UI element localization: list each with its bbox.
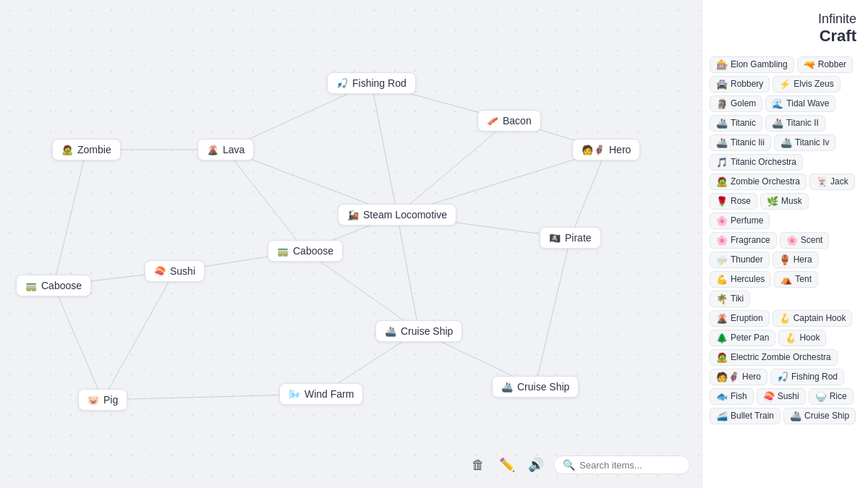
sidebar-item[interactable]: 🚢Cruise Ship [783,408,856,424]
sidebar-item[interactable]: 🃏Jack [809,174,855,190]
node-label-sushi: Sushi [170,265,195,277]
node-emoji-sushi: 🍣 [154,266,166,277]
sidebar-row-5: 🎵Titanic Orchestra [710,154,861,171]
sidebar-item-emoji: 🚄 [716,411,728,421]
trash-icon[interactable]: 🗑 [467,453,490,476]
sidebar-item[interactable]: 🧟Zombie Orchestra [710,174,807,190]
sidebar-item[interactable]: 🌴Tiki [710,291,750,307]
node-emoji-hero: 🧑‍🦸 [582,145,605,155]
sidebar-item-emoji: 🎵 [716,157,728,168]
node-label-cruise-ship-mid: Cruise Ship [401,325,453,337]
sidebar-item[interactable]: 🍚Rice [809,388,854,405]
sidebar-item[interactable]: ⚡Elvis Zeus [773,76,840,93]
sidebar-item-label: Musk [781,196,802,206]
sidebar-item[interactable]: 🐟Fish [710,388,754,405]
node-sushi[interactable]: 🍣Sushi [145,260,205,282]
items-list: 🎰Elon Gambling🔫Robber🚔Robbery⚡Elvis Zeus… [702,51,868,488]
search-icon: 🔍 [563,459,575,471]
sidebar-item[interactable]: 🧑‍🦸Hero [710,369,767,385]
sidebar-item[interactable]: 🎵Titanic Orchestra [710,154,803,171]
node-steam-locomotive[interactable]: 🚂Steam Locomotive [338,204,456,226]
sidebar-item-emoji: 🌲 [716,333,728,343]
sidebar-item[interactable]: 🌲Peter Pan [710,330,775,346]
node-fishing-rod-top[interactable]: 🎣Fishing Rod [327,72,416,94]
node-cruise-ship-bottom[interactable]: 🚢Cruise Ship [492,376,579,398]
node-hero[interactable]: 🧑‍🦸Hero [572,139,640,160]
search-box[interactable]: 🔍 [553,455,690,474]
node-emoji-cruise-ship-bottom: 🚢 [501,382,513,393]
sidebar-item[interactable]: 🗿Golem [710,95,762,112]
node-label-pig: Pig [103,394,118,406]
node-zombie[interactable]: 🧟Zombie [52,139,121,160]
sidebar-item[interactable]: 🚢Titanic Iii [710,134,771,151]
sidebar-item[interactable]: 🪝Captain Hook [773,310,853,327]
connection-lava-caboose-mid [226,150,305,251]
sidebar-item-emoji: 🚔 [716,79,728,90]
sidebar-item[interactable]: 🌸Fragrance [710,232,777,249]
node-lava[interactable]: 🌋Lava [197,139,254,160]
sidebar-item-label: Hook [799,333,820,343]
sidebar-item[interactable]: 🌊Tidal Wave [765,95,835,112]
sidebar-item-emoji: 🚢 [780,137,792,148]
sidebar-item-label: Bullet Train [731,411,774,421]
search-input[interactable] [579,460,681,471]
sidebar-item-label: Titanic [731,118,756,128]
node-cruise-ship-mid[interactable]: 🚢Cruise Ship [375,320,462,342]
sidebar-item-label: Cruise Ship [804,411,849,421]
sidebar-item[interactable]: 🚄Bullet Train [710,408,780,424]
sidebar-item[interactable]: 🪝Hook [778,330,826,346]
edit-icon[interactable]: ✏️ [495,453,519,476]
sidebar: Infinite Craft 🎰Elon Gambling🔫Robber🚔Rob… [702,0,868,488]
bottom-toolbar: 🗑 ✏️ 🔊 🔍 [467,453,690,476]
sidebar-item-label: Tidal Wave [786,98,829,108]
node-caboose-left[interactable]: 🚃Caboose [16,275,91,296]
node-caboose-mid[interactable]: 🚃Caboose [268,240,343,262]
sidebar-item[interactable]: 🚢Titanic Iv [774,134,836,151]
sidebar-item[interactable]: 🌸Perfume [710,213,770,229]
sidebar-item[interactable]: 🚢Titanic [710,115,762,132]
sidebar-item-label: Tiki [731,294,744,304]
sidebar-item-label: Titanic Orchestra [731,157,796,167]
sidebar-item-emoji: 🃏 [816,176,827,187]
sidebar-row-13: 🧟Electric Zombie Orchestra [710,349,861,366]
sidebar-item[interactable]: ⛺Tent [774,271,818,288]
sidebar-item-label: Elon Gambling [731,59,788,69]
sidebar-item[interactable]: 🌹Rose [710,193,757,210]
sidebar-item[interactable]: 🏺Hera [773,252,819,268]
sidebar-row-6: 🧟Zombie Orchestra🃏Jack [710,174,861,190]
sidebar-item-emoji: 🎣 [777,372,788,382]
sidebar-item[interactable]: 🌸Scent [780,232,830,249]
sidebar-item[interactable]: 🎣Fishing Rod [770,369,844,385]
sidebar-item[interactable]: 🌿Musk [760,193,809,210]
sidebar-row-14: 🧑‍🦸Hero🎣Fishing Rod [710,369,861,385]
sidebar-item[interactable]: 🚔Robbery [710,76,770,93]
sidebar-item-emoji: 🍣 [763,391,775,402]
sidebar-item-emoji: 💪 [716,274,728,285]
sound-icon[interactable]: 🔊 [524,453,548,476]
sidebar-item[interactable]: 💪Hercules [710,271,771,288]
sidebar-item-emoji: 🌸 [716,235,728,246]
sidebar-item[interactable]: 🚢Titanic II [765,115,825,132]
sidebar-item[interactable]: 🌋Eruption [710,310,770,327]
sidebar-item-emoji: 🗿 [716,98,728,109]
node-emoji-bacon: 🥓 [487,116,498,127]
connection-caboose-left-pig [54,286,103,400]
node-pig[interactable]: 🐷Pig [78,389,127,411]
connection-hero-pirate [571,150,607,238]
sidebar-item-label: Fishing Rod [791,372,838,382]
sidebar-item[interactable]: 🍣Sushi [757,388,806,405]
node-bacon[interactable]: 🥓Bacon [477,110,541,132]
sidebar-item[interactable]: 🎰Elon Gambling [710,56,794,73]
craft-canvas[interactable]: 🗑 ✏️ 🔊 🔍 🎣Fishing Rod🥓Bacon🧟Zombie🌋Lava🧑… [0,0,702,488]
sidebar-item[interactable]: 🔫Robber [797,56,853,73]
connection-steam-locomotive-cruise-ship-mid [397,215,419,331]
node-wind-farm[interactable]: 🌬️Wind Farm [279,383,363,405]
node-pirate[interactable]: 🏴‍☠️Pirate [540,227,601,249]
sidebar-item-emoji: 🎰 [716,59,728,70]
sidebar-item[interactable]: ⛈️Thunder [710,252,770,268]
sidebar-item-label: Electric Zombie Orchestra [731,352,831,362]
sidebar-row-4: 🚢Titanic Iii🚢Titanic Iv [710,134,861,151]
sidebar-item-emoji: 🌹 [716,196,728,207]
sidebar-item-emoji: 🚢 [716,137,728,148]
sidebar-item[interactable]: 🧟Electric Zombie Orchestra [710,349,838,366]
